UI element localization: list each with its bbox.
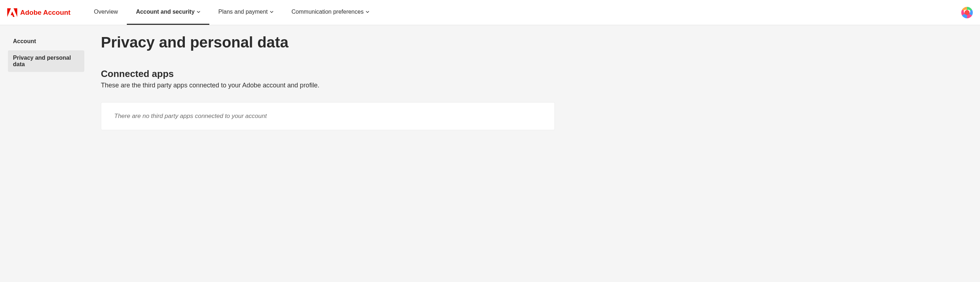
layout: Account Privacy and personal data Privac… xyxy=(0,25,980,130)
empty-state-text: There are no third party apps connected … xyxy=(114,112,267,119)
connected-apps-card: There are no third party apps connected … xyxy=(101,102,555,130)
svg-marker-2 xyxy=(11,11,15,17)
sidebar-item-label: Privacy and personal data xyxy=(13,55,71,67)
chevron-down-icon xyxy=(270,10,274,14)
svg-marker-1 xyxy=(7,8,11,17)
logo-link[interactable]: Adobe Account xyxy=(7,8,71,17)
section-description: These are the third party apps connected… xyxy=(101,82,969,89)
nav-label: Communication preferences xyxy=(291,9,364,15)
nav-label: Plans and payment xyxy=(218,9,268,15)
chevron-down-icon xyxy=(197,10,200,14)
main-nav: Overview Account and security Plans and … xyxy=(85,0,378,25)
section-title: Connected apps xyxy=(101,68,969,79)
nav-communication-preferences[interactable]: Communication preferences xyxy=(282,0,378,25)
main-content: Privacy and personal data Connected apps… xyxy=(90,25,980,130)
sidebar-item-label: Account xyxy=(13,38,36,44)
nav-overview[interactable]: Overview xyxy=(85,0,127,25)
avatar[interactable] xyxy=(961,7,973,18)
nav-label: Account and security xyxy=(136,9,194,15)
logo-text: Adobe Account xyxy=(20,9,71,17)
nav-plans-payment[interactable]: Plans and payment xyxy=(209,0,282,25)
sidebar-item-privacy[interactable]: Privacy and personal data xyxy=(8,50,84,72)
header: Adobe Account Overview Account and secur… xyxy=(0,0,980,25)
sidebar: Account Privacy and personal data xyxy=(0,25,90,130)
page-title: Privacy and personal data xyxy=(101,34,969,51)
adobe-logo-icon xyxy=(7,8,17,17)
nav-label: Overview xyxy=(94,9,118,15)
sidebar-item-account[interactable]: Account xyxy=(8,34,84,49)
svg-marker-0 xyxy=(14,8,17,17)
nav-account-security[interactable]: Account and security xyxy=(127,0,209,25)
chevron-down-icon xyxy=(366,10,369,14)
